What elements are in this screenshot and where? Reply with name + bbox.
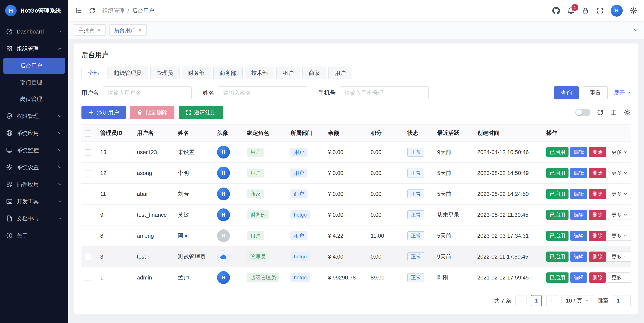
filter-tab-7[interactable]: 租户 [276, 67, 300, 79]
cell-points: 0.00 [367, 246, 404, 267]
row-checkbox[interactable] [85, 233, 91, 239]
more-button[interactable]: 更多 [608, 210, 631, 220]
breadcrumb-item[interactable]: 组织管理 [102, 7, 124, 15]
edit-button[interactable]: 编辑 [570, 147, 587, 157]
page-number-button[interactable]: 1 [531, 295, 542, 306]
add-user-button[interactable]: 添加用户 [82, 106, 126, 119]
select-all-checkbox[interactable] [85, 130, 91, 137]
sidebar-item-devtools[interactable]: 开发工具 [0, 193, 68, 210]
cell-admin-id: 3 [97, 246, 134, 267]
enabled-button[interactable]: 已启用 [546, 147, 568, 157]
username-input[interactable] [103, 86, 192, 99]
row-checkbox[interactable] [85, 149, 91, 156]
row-checkbox[interactable] [85, 191, 91, 197]
more-button[interactable]: 更多 [608, 251, 631, 262]
delete-button[interactable]: 删除 [589, 272, 606, 283]
lock-screen-icon[interactable] [582, 7, 589, 14]
sidebar-item-syssettings[interactable]: 系统设置 [0, 159, 68, 176]
row-checkbox[interactable] [85, 170, 91, 176]
column-header: 姓名 [174, 124, 214, 142]
cell-created-at: 2023-08-02 11:30:45 [474, 204, 543, 225]
prev-page-button[interactable]: ‹ [516, 295, 526, 306]
phone-input[interactable] [340, 86, 428, 99]
sidebar-item-org[interactable]: 组织管理 [0, 40, 68, 57]
row-checkbox[interactable] [85, 212, 91, 218]
sidebar-item-sysmonitor[interactable]: 系统监控 [0, 142, 68, 159]
sidebar-subitem-departments[interactable]: 部门管理 [4, 74, 65, 91]
row-avatar: H [217, 188, 230, 200]
enabled-button[interactable]: 已启用 [546, 189, 568, 199]
edit-button[interactable]: 编辑 [570, 189, 587, 199]
delete-button[interactable]: 删除 [589, 189, 606, 199]
jump-page-input[interactable] [613, 295, 631, 306]
edit-button[interactable]: 编辑 [570, 251, 587, 262]
delete-button[interactable]: 删除 [589, 251, 606, 262]
sidebar-subitem-positions[interactable]: 岗位管理 [4, 91, 65, 107]
filter-tab-4[interactable]: 财务部 [182, 67, 211, 79]
sidebar-item-auth[interactable]: 权限管理 [0, 108, 68, 125]
refresh-table-icon[interactable] [597, 109, 604, 116]
table-density-icon[interactable] [610, 109, 617, 116]
breadcrumb-item[interactable]: 后台用户 [132, 7, 154, 15]
settings-icon[interactable] [630, 7, 637, 14]
close-icon[interactable]: × [98, 27, 101, 33]
enabled-button[interactable]: 已启用 [546, 168, 568, 178]
user-avatar[interactable]: H [611, 5, 623, 17]
cell-created-at: 2023-02-03 17:34:31 [474, 225, 543, 246]
sidebar-item-plugins[interactable]: 插件应用 [0, 176, 68, 193]
enabled-button[interactable]: 已启用 [546, 210, 568, 220]
filter-tab-2[interactable]: 超级管理员 [108, 67, 148, 79]
edit-button[interactable]: 编辑 [570, 272, 587, 283]
reload-page-icon[interactable] [89, 7, 96, 14]
more-button[interactable]: 更多 [608, 168, 631, 178]
notification-bell-icon[interactable]: 1 [567, 7, 574, 14]
page-size-select[interactable]: 10 / 页 [562, 295, 593, 306]
next-page-button[interactable]: › [546, 295, 557, 306]
sidebar-item-dashboard[interactable]: Dashboard [0, 23, 68, 40]
chevron-down-icon [57, 29, 62, 34]
row-checkbox[interactable] [85, 254, 91, 260]
more-button[interactable]: 更多 [608, 272, 631, 283]
more-button[interactable]: 更多 [608, 147, 631, 157]
fullscreen-icon[interactable] [596, 7, 604, 14]
expand-filters-link[interactable]: 展开 [614, 89, 631, 97]
cell-name: 孟帅 [174, 267, 214, 288]
filter-tab-6[interactable]: 技术部 [245, 67, 274, 79]
tab-options-caret[interactable] [633, 27, 638, 33]
delete-button[interactable]: 删除 [589, 210, 606, 220]
search-button[interactable]: 查询 [554, 86, 579, 99]
name-input[interactable] [218, 86, 307, 99]
close-icon[interactable]: × [138, 27, 142, 33]
edit-button[interactable]: 编辑 [570, 210, 587, 220]
filter-tab-8[interactable]: 商家 [302, 67, 326, 79]
more-button[interactable]: 更多 [608, 189, 631, 199]
chevron-down-icon [624, 171, 627, 175]
enabled-button[interactable]: 已启用 [546, 272, 568, 283]
sidebar-item-about[interactable]: 关于 [0, 227, 68, 244]
filter-tab-1[interactable]: 全部 [82, 67, 105, 79]
github-icon[interactable] [552, 7, 560, 15]
delete-button[interactable]: 删除 [589, 147, 606, 157]
menu-collapse-icon[interactable] [75, 7, 82, 14]
delete-button[interactable]: 删除 [589, 168, 606, 178]
tab-chip-1[interactable]: 主控台× [74, 24, 106, 36]
invite-register-button[interactable]: 邀请注册 [179, 106, 223, 119]
edit-button[interactable]: 编辑 [570, 231, 587, 241]
batch-delete-button[interactable]: 批量删除 [130, 106, 174, 119]
delete-button[interactable]: 删除 [589, 231, 606, 241]
filter-tab-5[interactable]: 商务部 [213, 67, 243, 79]
enabled-button[interactable]: 已启用 [546, 251, 568, 262]
filter-tab-3[interactable]: 管理员 [150, 67, 180, 79]
more-button[interactable]: 更多 [608, 231, 631, 241]
row-checkbox[interactable] [85, 274, 91, 281]
filter-tab-9[interactable]: 用户 [328, 67, 352, 79]
sidebar-subitem-backend-users[interactable]: 后台用户 [4, 58, 65, 74]
striped-toggle[interactable] [575, 109, 590, 116]
sidebar-item-sysapp[interactable]: 系统应用 [0, 125, 68, 142]
column-settings-icon[interactable] [624, 109, 631, 116]
reset-button[interactable]: 重置 [583, 86, 608, 99]
enabled-button[interactable]: 已启用 [546, 231, 568, 241]
sidebar-item-docs[interactable]: 文档中心 [0, 210, 68, 227]
edit-button[interactable]: 编辑 [570, 168, 587, 178]
tab-chip-2[interactable]: 后台用户× [110, 24, 146, 36]
